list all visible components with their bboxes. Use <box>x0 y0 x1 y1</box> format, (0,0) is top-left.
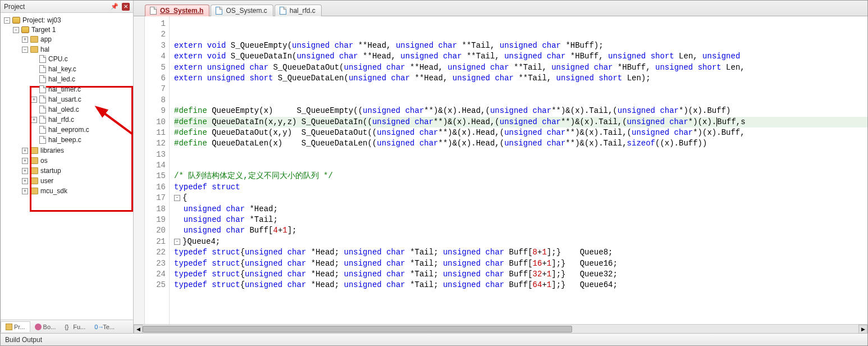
code-line-4[interactable]: extern void S_QueueDataIn(unsigned char … <box>174 51 867 62</box>
code-line-23[interactable]: typedef struct{unsigned char *Head; unsi… <box>174 258 867 269</box>
code-line-21[interactable]: -}Queue4; <box>174 236 867 247</box>
tree-toggle-icon[interactable]: + <box>31 97 37 103</box>
file-icon <box>39 126 46 134</box>
code-line-25[interactable]: typedef struct{unsigned char *Head; unsi… <box>174 280 867 290</box>
file-icon <box>216 7 222 15</box>
panel-tab-label: Bo... <box>43 324 56 330</box>
file-CPU.c[interactable]: CPU.c <box>30 54 133 63</box>
tree-item-label: Project: wj03 <box>22 16 61 24</box>
code-line-22[interactable]: typedef struct{unsigned char *Head; unsi… <box>174 247 867 258</box>
file-icon <box>39 65 46 73</box>
scroll-thumb[interactable] <box>143 326 572 333</box>
tree-toggle-icon[interactable]: + <box>22 178 28 184</box>
folder-icon <box>30 177 38 184</box>
code-line-9[interactable]: #define QueueEmpty(x) S_QueueEmpty((unsi… <box>174 106 867 116</box>
code-line-6[interactable]: extern unsigned short S_QueueDataLen(uns… <box>174 73 867 84</box>
file-hal_eeprom.c[interactable]: hal_eeprom.c <box>30 125 133 134</box>
pin-icon[interactable]: 📌 <box>111 3 118 10</box>
tree-item-label: CPU.c <box>48 55 68 63</box>
file-icon <box>150 7 157 15</box>
group-libraries[interactable]: +libraries <box>21 146 133 155</box>
tree-item-label: hal_rfd.c <box>48 116 74 124</box>
code-line-11[interactable]: #define QueueDataOut(x,y) S_QueueDataOut… <box>174 128 867 138</box>
group-user[interactable]: +user <box>21 176 133 185</box>
code-line-2[interactable] <box>174 29 867 40</box>
file-hal_oled.c[interactable]: hal_oled.c <box>30 105 133 114</box>
group-mcu_sdk[interactable]: +mcu_sdk <box>21 186 133 195</box>
code-line-8[interactable] <box>174 95 867 106</box>
panel-tab-Pr[interactable]: Pr... <box>1 321 30 332</box>
tree-toggle-icon[interactable]: + <box>31 117 37 123</box>
code-line-24[interactable]: typedef struct{unsigned char *Head; unsi… <box>174 269 867 280</box>
file-hal_usart.c[interactable]: +hal_usart.c <box>30 95 133 104</box>
line-gutter: 1234567891011121314151617181920212223242… <box>145 16 170 324</box>
code-line-16[interactable]: typedef struct <box>174 182 867 193</box>
group-app[interactable]: +app <box>21 35 133 44</box>
group-hal[interactable]: −hal <box>21 45 133 54</box>
editor-tab-hal_rfd-c[interactable]: hal_rfd.c <box>275 4 322 16</box>
editor-tab-OS_System-c[interactable]: OS_System.c <box>211 4 273 16</box>
project-panel-header: Project 📌 ✕ <box>1 1 133 13</box>
panel-tab-label: Fu... <box>73 324 85 330</box>
tree-toggle-icon[interactable]: − <box>22 47 28 53</box>
file-hal_timer.c[interactable]: hal_timer.c <box>30 85 133 94</box>
editor-area: OS_System.hOS_System.chal_rfd.c 12345678… <box>134 1 867 333</box>
panel-tab-Bo[interactable]: Bo... <box>30 322 61 332</box>
target-node[interactable]: −Target 1 <box>12 25 133 34</box>
file-hal_beep.c[interactable]: hal_beep.c <box>30 135 133 144</box>
code-editor[interactable]: 1234567891011121314151617181920212223242… <box>134 16 867 324</box>
code-line-10[interactable]: #define QueueDataIn(x,y,z) S_QueueDataIn… <box>174 117 867 128</box>
ico-fu-icon: {} <box>65 324 71 330</box>
tree-toggle-icon <box>31 107 37 113</box>
tree-item-label: hal_timer.c <box>48 85 81 93</box>
group-startup[interactable]: +startup <box>21 166 133 175</box>
code-line-12[interactable]: #define QueueDataLen(x) S_QueueDataLen((… <box>174 138 867 149</box>
code-line-7[interactable] <box>174 84 867 94</box>
editor-tab-bar[interactable]: OS_System.hOS_System.chal_rfd.c <box>134 1 867 16</box>
close-icon[interactable]: ✕ <box>122 3 130 11</box>
scroll-right-button[interactable]: ▶ <box>858 325 867 334</box>
panel-tab-Te[interactable]: 0→Te... <box>90 322 119 332</box>
code-content[interactable]: extern void S_QueueEmpty(unsigned char *… <box>170 16 867 324</box>
tree-toggle-icon <box>31 86 37 93</box>
panel-tab-Fu[interactable]: {}Fu... <box>60 322 90 332</box>
tree-toggle-icon[interactable]: − <box>13 27 19 33</box>
file-hal_rfd.c[interactable]: +hal_rfd.c <box>30 115 133 124</box>
tree-toggle-icon <box>31 56 37 62</box>
folder-icon <box>30 167 38 174</box>
tree-item-label: Target 1 <box>31 26 56 34</box>
code-line-19[interactable]: unsigned char *Tail; <box>174 215 867 225</box>
editor-hscroll[interactable]: ◀ ▶ <box>134 324 867 333</box>
project-panel-tabs[interactable]: Pr...Bo...{}Fu...0→Te... <box>1 320 133 333</box>
tree-toggle-icon[interactable]: + <box>22 168 28 174</box>
file-icon <box>39 75 46 83</box>
code-line-20[interactable]: unsigned char Buff[4+1]; <box>174 225 867 236</box>
tree-item-label: app <box>40 35 52 43</box>
tree-toggle-icon[interactable]: + <box>22 188 28 194</box>
code-line-18[interactable]: unsigned char *Head; <box>174 204 867 215</box>
build-output-title: Build Output <box>5 336 42 344</box>
file-hal_key.c[interactable]: hal_key.c <box>30 65 133 74</box>
project-root[interactable]: −Project: wj03 <box>3 16 133 25</box>
ico-te-icon: 0→ <box>94 324 101 330</box>
editor-tab-OS_System-h[interactable]: OS_System.h <box>145 4 209 16</box>
group-os[interactable]: +os <box>21 156 133 165</box>
code-line-14[interactable] <box>174 160 867 171</box>
tree-toggle-icon[interactable]: + <box>22 148 28 154</box>
tree-toggle-icon[interactable]: + <box>22 37 28 43</box>
scroll-track[interactable] <box>143 325 858 333</box>
code-line-17[interactable]: -{ <box>174 193 867 203</box>
tree-item-label: hal_eeprom.c <box>48 126 89 134</box>
project-panel: Project 📌 ✕ −Project: wj03−Target 1+app−… <box>1 1 134 333</box>
code-line-5[interactable]: extern unsigned char S_QueueDataOut(unsi… <box>174 62 867 73</box>
scroll-left-button[interactable]: ◀ <box>134 325 143 334</box>
editor-tab-label: OS_System.h <box>160 7 203 15</box>
code-line-1[interactable] <box>174 19 867 29</box>
tree-toggle-icon[interactable]: + <box>22 158 28 164</box>
code-line-13[interactable] <box>174 149 867 160</box>
file-hal_led.c[interactable]: hal_led.c <box>30 75 133 84</box>
project-tree[interactable]: −Project: wj03−Target 1+app−halCPU.chal_… <box>1 13 133 320</box>
code-line-3[interactable]: extern void S_QueueEmpty(unsigned char *… <box>174 40 867 51</box>
code-line-15[interactable]: /* 队列结构体定义,定义不同大小的队列 */ <box>174 171 867 181</box>
tree-toggle-icon[interactable]: − <box>4 17 10 24</box>
